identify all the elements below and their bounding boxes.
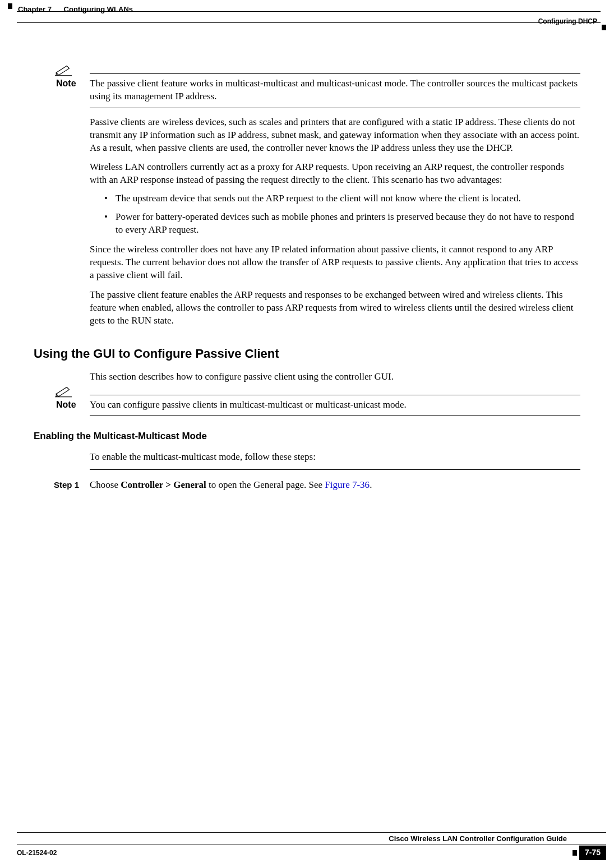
body-paragraph: This section describes how to configure … <box>90 371 580 384</box>
pencil-note-icon <box>55 64 72 80</box>
step-label: Step 1 <box>54 479 90 492</box>
figure-link[interactable]: Figure 7-36 <box>325 479 370 490</box>
note-text: The passive client feature works in mult… <box>90 77 580 103</box>
header-ornament-right <box>602 25 606 30</box>
page-footer: Cisco Wireless LAN Controller Configurat… <box>17 832 606 857</box>
body-paragraph: Passive clients are wireless devices, su… <box>90 116 580 155</box>
header-divider-bottom <box>17 22 601 23</box>
section-heading: Using the GUI to Configure Passive Clien… <box>34 345 580 363</box>
page-content: Note The passive client feature works in… <box>0 26 614 492</box>
step-text-post: . <box>370 479 372 490</box>
step-text-mid: to open the General page. See <box>206 479 325 490</box>
pencil-note-icon <box>55 385 72 401</box>
body-paragraph: The passive client feature enables the A… <box>90 289 580 327</box>
menu-path: Controller > General <box>121 479 206 490</box>
chapter-number: Chapter 7 <box>18 5 52 13</box>
header-ornament-left <box>8 3 12 9</box>
note-label: Note <box>56 77 90 103</box>
body-paragraph: Since the wireless controller does not h… <box>90 243 580 282</box>
footer-doc-number: OL-21524-02 <box>17 848 57 858</box>
subsection-heading: Enabling the Multicast-Multicast Mode <box>34 430 580 443</box>
step-text-pre: Choose <box>90 479 121 490</box>
body-paragraph: To enable the multicast-multicast mode, … <box>90 451 580 464</box>
page-number: 7-75 <box>579 846 606 860</box>
chapter-title: Configuring WLANs <box>64 5 133 13</box>
bullet-list: The upstream device that sends out the A… <box>104 192 580 237</box>
footer-divider <box>17 832 606 833</box>
header-left: Chapter 7 Configuring WLANs <box>8 4 133 15</box>
list-item: The upstream device that sends out the A… <box>104 192 580 205</box>
step-block: Step 1 Choose Controller > General to op… <box>90 469 580 492</box>
footer-divider <box>17 844 606 844</box>
step-text: Choose Controller > General to open the … <box>90 479 372 492</box>
note-text: You can configure passive clients in mul… <box>90 399 407 412</box>
list-item: Power for battery-operated devices such … <box>104 211 580 237</box>
footer-page-wrap: 7-75 <box>573 846 606 860</box>
body-paragraph: Wireless LAN controllers currently act a… <box>90 161 580 187</box>
note-block: Note You can configure passive clients i… <box>90 395 580 417</box>
note-block: Note The passive client feature works in… <box>90 73 580 108</box>
footer-guide-title: Cisco Wireless LAN Controller Configurat… <box>17 834 606 844</box>
footer-ornament <box>573 850 577 856</box>
page-header: Chapter 7 Configuring WLANs Configuring … <box>0 0 614 26</box>
header-divider-top <box>17 11 601 12</box>
